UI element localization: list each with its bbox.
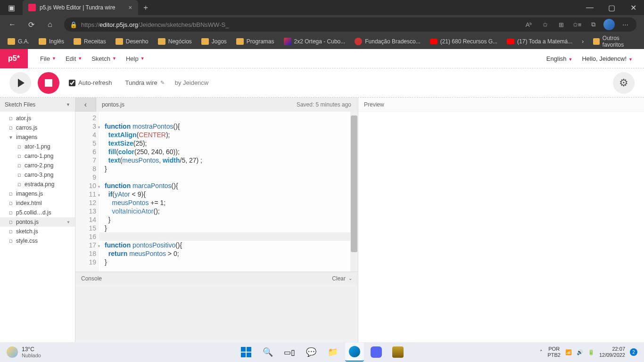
file-item-estrada-png[interactable]: 🗋estrada.png	[0, 180, 75, 189]
tray-expand-icon[interactable]: ˄	[540, 349, 543, 355]
youtube-icon	[507, 39, 514, 44]
sketch-name[interactable]: Tundra wire ✎	[125, 79, 165, 86]
file-icon: 🗋	[17, 154, 22, 159]
file-item-carros-js[interactable]: 🗋carros.js	[0, 123, 75, 132]
explorer-button[interactable]: 📁	[323, 343, 342, 362]
file-item-ator-1-png[interactable]: 🗋ator-1.png	[0, 142, 75, 151]
file-item-imagens[interactable]: ▼imagens	[0, 132, 75, 142]
other-favorites[interactable]: Outros favoritos	[589, 33, 640, 50]
close-window-button[interactable]: ✕	[622, 0, 644, 15]
sidebar-header[interactable]: Sketch Files ▼	[0, 98, 75, 112]
refresh-button[interactable]: ⟳	[23, 17, 40, 32]
chat-button[interactable]: 💬	[302, 343, 321, 362]
more-icon[interactable]: ⋯	[619, 21, 631, 28]
start-button[interactable]	[237, 343, 256, 362]
bookmark-item[interactable]: (17) Toda a Matemá...	[503, 36, 576, 47]
run-button[interactable]	[9, 72, 31, 94]
vertical-scrollbar[interactable]	[350, 112, 358, 272]
address-bar[interactable]: 🔒 https://editor.p5js.org/Jeidencw/sketc…	[64, 17, 636, 32]
discord-button[interactable]	[367, 343, 386, 362]
file-item-p5-collid-d-js[interactable]: 🗋p5.collid…d.js	[0, 208, 75, 217]
bookmark-item[interactable]: Inglês	[35, 36, 68, 47]
search-button[interactable]: 🔍	[258, 343, 277, 362]
more-bookmarks-icon[interactable]: ›	[578, 38, 587, 45]
volume-icon[interactable]: 🔊	[577, 349, 583, 355]
notification-badge[interactable]: 2	[630, 348, 637, 356]
lang-line1[interactable]: POR	[547, 346, 561, 352]
league-button[interactable]	[388, 343, 407, 362]
collections-icon[interactable]: ⧉	[587, 21, 599, 28]
bookmark-item[interactable]: G.A.	[4, 36, 33, 47]
menu-file[interactable]: File▼	[35, 52, 61, 65]
home-button[interactable]: ⌂	[41, 17, 58, 32]
active-file-tab[interactable]: pontos.js	[96, 101, 130, 108]
bookmark-item[interactable]: Fundação Bradesco...	[351, 36, 424, 47]
bookmark-item[interactable]: Negócios	[154, 36, 196, 47]
stop-button[interactable]	[38, 72, 59, 94]
file-item-pontos-js[interactable]: 🗋pontos.js▼	[0, 217, 75, 227]
bookmark-item[interactable]: Receitas	[70, 36, 110, 47]
language-selector[interactable]: English▼	[546, 55, 573, 62]
p5-logo[interactable]: p5*	[0, 49, 28, 68]
profile-icon[interactable]	[603, 19, 615, 30]
minimize-button[interactable]: ―	[579, 0, 601, 15]
new-tab-button[interactable]: ＋	[138, 0, 153, 15]
extensions-icon[interactable]: ⊞	[555, 21, 567, 28]
bookmark-receitas: Receitas	[84, 38, 106, 45]
menu-sketch[interactable]: Sketch▼	[87, 52, 121, 65]
wifi-icon[interactable]: 📶	[565, 349, 572, 355]
read-aloud-icon[interactable]: Aᵇ	[523, 21, 535, 28]
battery-icon[interactable]: 🔋	[588, 349, 594, 355]
favorite-icon[interactable]: ✩	[539, 21, 551, 28]
file-item-carro-3-png[interactable]: 🗋carro-3.png	[0, 170, 75, 180]
file-item-carro-2-png[interactable]: 🗋carro-2.png	[0, 161, 75, 170]
user-greeting[interactable]: Hello, Jeidencw!▼	[582, 55, 633, 62]
bookmark-item[interactable]: (21) 680 Recursos G...	[426, 36, 501, 47]
code-editor[interactable]: 23▼45678910▼11▼121314151617▼1819 functio…	[75, 112, 358, 272]
scroll-thumb[interactable]	[351, 115, 357, 252]
favorites-list-icon[interactable]: ✩≡	[571, 21, 583, 28]
tab-actions-icon[interactable]: ▣	[0, 0, 23, 15]
bookmark-item[interactable]: Desenho	[112, 36, 152, 47]
bookmark-item[interactable]: 2x2 Ortega - Cubo...	[280, 36, 349, 47]
file-icon: 🗋	[8, 210, 13, 215]
edge-button[interactable]	[345, 343, 364, 362]
menu-edit[interactable]: Edit▼	[61, 52, 87, 65]
bookmark-item[interactable]: Programas	[232, 36, 278, 47]
folder-icon	[201, 38, 209, 45]
auto-refresh-toggle[interactable]: Auto-refresh	[69, 79, 112, 86]
console-clear-button[interactable]: Clear ⌄	[332, 275, 352, 282]
task-view-button[interactable]: ▭▯	[280, 343, 299, 362]
settings-button[interactable]: ⚙	[613, 72, 635, 94]
browser-tab-active[interactable]: p5.js Web Editor | Tundra wire ×	[23, 0, 138, 15]
lang-line2[interactable]: PTB2	[547, 352, 561, 358]
file-item-style-css[interactable]: 🗋style.css	[0, 236, 75, 246]
chevron-down-icon[interactable]: ▼	[66, 220, 70, 224]
file-icon: 🗋	[17, 163, 22, 168]
clock[interactable]: 22:07 12/09/2022	[599, 346, 625, 358]
file-sidebar: Sketch Files ▼ 🗋ator.js🗋carros.js▼imagen…	[0, 98, 75, 342]
file-item-ator-js[interactable]: 🗋ator.js	[0, 114, 75, 123]
close-tab-icon[interactable]: ×	[128, 4, 132, 11]
back-button[interactable]: ←	[4, 17, 21, 32]
bookmark-item[interactable]: Jogos	[198, 36, 231, 47]
toolbar: Auto-refresh Tundra wire ✎ by Jeidencw ⚙	[0, 68, 644, 98]
tab-title: p5.js Web Editor | Tundra wire	[40, 4, 115, 11]
collapse-sidebar-button[interactable]: ‹	[75, 98, 96, 112]
folder-icon: ▼	[8, 135, 13, 140]
file-icon: 🗋	[8, 220, 13, 225]
chevron-down-icon[interactable]: ▼	[66, 102, 70, 107]
cube-icon	[284, 38, 291, 45]
temperature: 13°C	[22, 346, 41, 353]
file-item-carro-1-png[interactable]: 🗋carro-1.png	[0, 151, 75, 161]
file-item-index-html[interactable]: 🗋index.html	[0, 198, 75, 208]
file-item-imagens-js[interactable]: 🗋imagens.js	[0, 189, 75, 198]
weather-widget[interactable]: 13°C Nublado	[0, 346, 41, 358]
console-header[interactable]: Console Clear ⌄	[75, 272, 358, 285]
file-item-sketch-js[interactable]: 🗋sketch.js	[0, 227, 75, 236]
maximize-button[interactable]: ▢	[601, 0, 622, 15]
code-lines[interactable]: function mostraPontos(){ textAlign(CENTE…	[99, 112, 358, 272]
menu-help[interactable]: Help▼	[121, 52, 149, 65]
edge-icon	[349, 346, 360, 357]
auto-refresh-checkbox[interactable]	[69, 80, 75, 86]
